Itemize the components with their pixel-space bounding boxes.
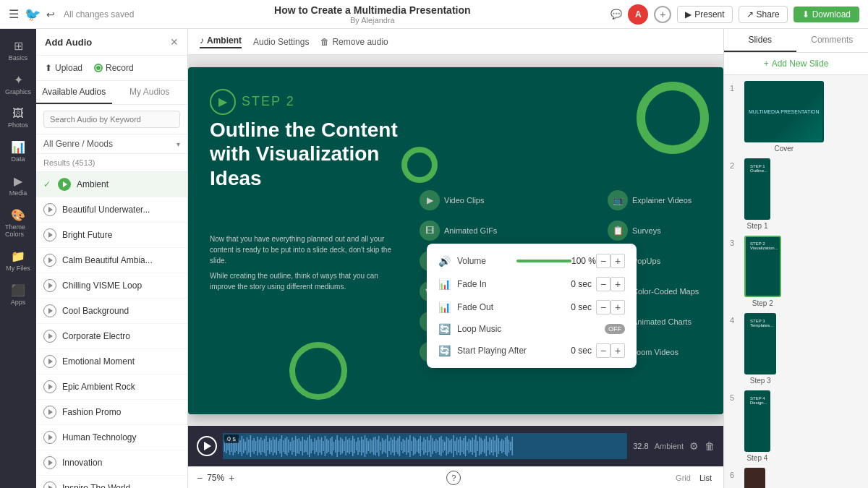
undo-icon[interactable]: ↩ xyxy=(46,9,55,20)
audio-item-calm[interactable]: Calm Beautiful Ambia... xyxy=(36,248,187,273)
play-button[interactable] xyxy=(43,456,56,469)
tab-comments[interactable]: Comments xyxy=(796,29,869,52)
upload-icon: ⬆ xyxy=(45,63,52,73)
play-button[interactable] xyxy=(43,431,56,444)
waveform-settings-icon[interactable]: ⚙ xyxy=(689,440,699,452)
data-icon: 📊 xyxy=(11,140,25,154)
svg-rect-47 xyxy=(304,440,305,453)
play-button[interactable] xyxy=(43,279,56,292)
close-audio-panel-icon[interactable]: ✕ xyxy=(170,36,179,48)
volume-increase-button[interactable]: + xyxy=(610,254,625,268)
record-option[interactable]: Record xyxy=(94,63,134,73)
svg-rect-13 xyxy=(244,442,246,450)
slide-canvas: ▶ STEP 2 Outline the Content with Visual… xyxy=(188,55,723,426)
play-button[interactable] xyxy=(43,406,56,419)
tab-slides[interactable]: Slides xyxy=(724,29,796,52)
svg-rect-39 xyxy=(290,442,292,450)
sidebar-item-graphics[interactable]: ✦ Graphics xyxy=(2,69,34,100)
sidebar-item-files[interactable]: 📁 My Files xyxy=(2,245,34,276)
present-button[interactable]: ▶ Present xyxy=(677,6,732,23)
volume-decrease-button[interactable]: − xyxy=(596,254,610,268)
step-badge: ▶ STEP 2 xyxy=(210,89,295,115)
ambient-tab[interactable]: ♪ Ambient xyxy=(200,35,242,48)
sidebar-item-apps[interactable]: ⬛ Apps xyxy=(2,279,34,310)
play-button[interactable] xyxy=(43,254,56,267)
fade-out-increase-button[interactable]: + xyxy=(610,300,625,314)
grid-view-button[interactable]: Grid xyxy=(673,472,694,484)
zoom-out-button[interactable]: − xyxy=(197,472,203,484)
genre-chevron-icon[interactable]: ▾ xyxy=(176,140,180,148)
zoom-in-button[interactable]: + xyxy=(229,472,234,484)
svg-rect-85 xyxy=(370,439,371,453)
audio-item-epic[interactable]: Epic Ambient Rock xyxy=(36,374,187,400)
volume-slider[interactable] xyxy=(516,260,571,262)
audio-item-beautiful[interactable]: Beautiful Underwater... xyxy=(36,197,187,223)
fade-out-decrease-button[interactable]: − xyxy=(596,300,610,314)
play-button[interactable] xyxy=(43,380,56,393)
upload-option[interactable]: ⬆ Upload xyxy=(45,63,82,73)
audio-item-inspire[interactable]: Inspire The World xyxy=(36,476,187,488)
audio-item-corporate[interactable]: Corporate Electro xyxy=(36,324,187,349)
remove-audio-button[interactable]: 🗑 Remove audio xyxy=(320,37,388,47)
sidebar-item-basics[interactable]: ⊞ Basics xyxy=(2,35,34,66)
waveform-delete-icon[interactable]: 🗑 xyxy=(705,440,715,452)
upload-record-row: ⬆ Upload Record xyxy=(36,56,187,81)
audio-item-human-technology[interactable]: Human Technology xyxy=(36,425,187,450)
chat-icon[interactable]: 💬 xyxy=(610,9,622,20)
waveform-play-button[interactable] xyxy=(197,436,217,456)
audio-item-cool-background[interactable]: Cool Background xyxy=(36,299,187,324)
svg-rect-17 xyxy=(252,440,253,452)
add-new-slide-button[interactable]: + Add New Slide xyxy=(724,53,868,75)
fade-in-increase-button[interactable]: + xyxy=(610,277,625,291)
audio-item-ambient[interactable]: ✓ Ambient xyxy=(36,172,187,197)
share-button[interactable]: ↗ Share xyxy=(739,6,788,23)
play-button[interactable] xyxy=(43,203,56,216)
play-button[interactable] xyxy=(43,481,56,488)
download-button[interactable]: ⬇ Download xyxy=(793,7,859,22)
play-button-ambient[interactable] xyxy=(58,178,71,191)
loop-toggle[interactable]: OFF xyxy=(605,324,625,334)
sidebar-item-media[interactable]: ▶ Media xyxy=(2,170,34,201)
audio-item-bright-future[interactable]: Bright Future xyxy=(36,223,187,248)
audio-settings-tab[interactable]: Audio Settings xyxy=(253,37,309,47)
play-button[interactable] xyxy=(43,330,56,343)
svg-rect-61 xyxy=(328,440,329,452)
play-button[interactable] xyxy=(43,228,56,241)
sidebar-item-photos[interactable]: 🖼 Photos xyxy=(2,103,34,133)
waveform-canvas[interactable]: 0 s xyxy=(223,433,627,459)
tab-available-audios[interactable]: Available Audios xyxy=(36,81,112,104)
start-decrease-button[interactable]: − xyxy=(596,343,610,358)
audio-item-chilling[interactable]: Chilling VISME Loop xyxy=(36,273,187,299)
audio-item-fashion[interactable]: Fashion Promo xyxy=(36,400,187,425)
play-button[interactable] xyxy=(43,304,56,317)
slide-thumb-3[interactable]: 3 STEP 2Visualization... Step 2 xyxy=(730,236,862,307)
fade-in-decrease-button[interactable]: − xyxy=(596,277,610,291)
list-view-button[interactable]: List xyxy=(697,472,715,484)
svg-rect-99 xyxy=(393,437,395,455)
svg-rect-36 xyxy=(284,438,286,454)
start-increase-button[interactable]: + xyxy=(610,343,625,358)
svg-rect-33 xyxy=(279,439,281,453)
add-collaborator-button[interactable]: + xyxy=(654,6,671,23)
doc-title[interactable]: How to Create a Multimedia Presentation xyxy=(141,4,603,16)
slide-thumb-2[interactable]: 2 STEP 1Outline... Step 1 xyxy=(730,158,862,230)
zoom-controls: − 75% + xyxy=(197,472,234,484)
tab-my-audios[interactable]: My Audios xyxy=(112,81,188,104)
search-input[interactable] xyxy=(43,111,180,128)
audio-item-innovation[interactable]: Innovation xyxy=(36,450,187,476)
doc-subtitle: By Alejandra xyxy=(141,16,603,25)
svg-rect-25 xyxy=(265,436,267,456)
menu-icon[interactable]: ☰ xyxy=(9,7,19,21)
play-button[interactable] xyxy=(43,355,56,368)
help-button[interactable]: ? xyxy=(446,471,461,485)
check-icon: ✓ xyxy=(43,179,51,189)
svg-rect-63 xyxy=(331,437,333,455)
slide-thumb-4[interactable]: 4 STEP 3Templates... Step 3 xyxy=(730,313,862,385)
sidebar-item-theme[interactable]: 🎨 Theme Colors xyxy=(2,204,34,242)
audio-item-emotional[interactable]: Emotional Moment xyxy=(36,349,187,374)
slide-thumb-6[interactable]: 6 STEP 5 Step 5 xyxy=(730,468,862,488)
slide-thumb-5[interactable]: 5 STEP 4Design... Step 4 xyxy=(730,390,862,462)
slide-thumb-1[interactable]: 1 MULTIMEDIA PRESENTATION Cover xyxy=(730,81,862,153)
sidebar-item-data[interactable]: 📊 Data xyxy=(2,136,34,167)
files-icon: 📁 xyxy=(11,249,25,263)
